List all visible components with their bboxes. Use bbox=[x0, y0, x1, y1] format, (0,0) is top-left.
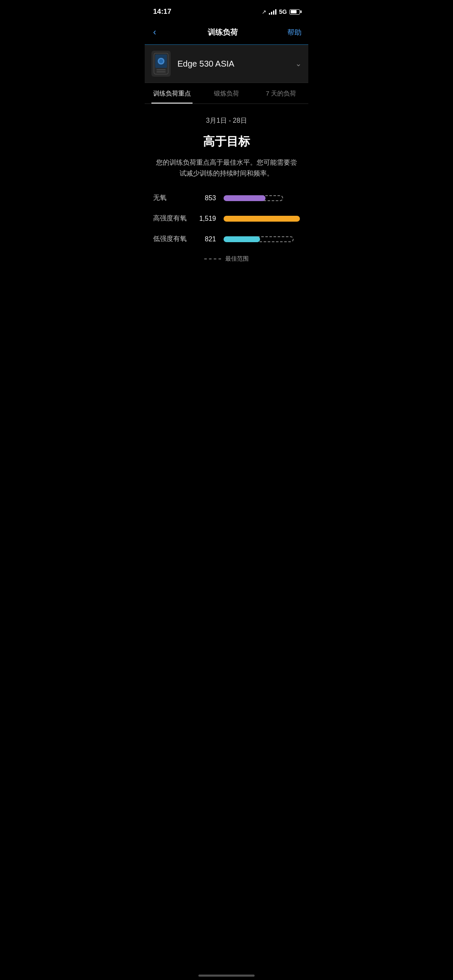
high-aerobic-bar-container bbox=[224, 215, 300, 222]
nav-bar: ‹ 训练负荷 帮助 bbox=[145, 21, 308, 45]
anaerobic-bar bbox=[224, 195, 266, 201]
high-aerobic-value: 1,519 bbox=[191, 215, 216, 222]
legend: 最佳范围 bbox=[153, 255, 300, 263]
page-title: 训练负荷 bbox=[208, 27, 238, 37]
svg-rect-5 bbox=[156, 71, 166, 72]
legend-label: 最佳范围 bbox=[225, 255, 249, 263]
back-button[interactable]: ‹ bbox=[151, 25, 158, 39]
status-bar: 14:17 ↗ 5G bbox=[145, 0, 308, 21]
legend-dash-icon bbox=[204, 259, 221, 259]
tab-bar: 训练负荷重点 锻炼负荷 7 天的负荷 bbox=[145, 83, 308, 104]
low-aerobic-value: 821 bbox=[191, 235, 216, 243]
main-content: 3月1日 - 28日 高于目标 您的训练负荷重点高于最佳水平。您可能需要尝试减少… bbox=[145, 104, 308, 271]
network-icon: 5G bbox=[279, 8, 287, 15]
signal-icon bbox=[269, 9, 276, 15]
tab-7day-load[interactable]: 7 天的负荷 bbox=[254, 83, 308, 103]
high-aerobic-bar bbox=[224, 216, 300, 222]
anaerobic-label: 无氧 bbox=[153, 194, 191, 202]
anaerobic-value: 853 bbox=[191, 194, 216, 202]
device-name: Edge 530 ASIA bbox=[177, 59, 295, 69]
high-aerobic-label: 高强度有氧 bbox=[153, 214, 191, 223]
date-range: 3月1日 - 28日 bbox=[153, 116, 300, 125]
status-heading: 高于目标 bbox=[153, 134, 300, 150]
tab-workout-load[interactable]: 锻炼负荷 bbox=[199, 83, 254, 103]
low-aerobic-bar-container bbox=[224, 236, 300, 243]
tab-training-focus[interactable]: 训练负荷重点 bbox=[145, 83, 199, 103]
svg-point-3 bbox=[159, 59, 163, 63]
device-icon bbox=[151, 51, 171, 77]
low-aerobic-bar bbox=[224, 236, 260, 242]
battery-icon bbox=[289, 9, 300, 15]
device-selector[interactable]: Edge 530 ASIA ⌄ bbox=[145, 45, 308, 83]
status-icons: ↗ 5G bbox=[262, 8, 300, 15]
help-button[interactable]: 帮助 bbox=[287, 28, 302, 37]
chevron-down-icon: ⌄ bbox=[295, 59, 302, 68]
svg-rect-4 bbox=[156, 69, 166, 70]
anaerobic-row: 无氧 853 bbox=[153, 194, 300, 202]
status-time: 14:17 bbox=[153, 8, 171, 16]
low-aerobic-label: 低强度有氧 bbox=[153, 235, 191, 243]
high-aerobic-row: 高强度有氧 1,519 bbox=[153, 214, 300, 223]
status-description: 您的训练负荷重点高于最佳水平。您可能需要尝试减少训练的持续时间和频率。 bbox=[153, 157, 300, 178]
low-aerobic-row: 低强度有氧 821 bbox=[153, 235, 300, 243]
anaerobic-bar-container bbox=[224, 195, 300, 202]
location-icon: ↗ bbox=[262, 9, 266, 15]
device-image bbox=[153, 52, 169, 75]
